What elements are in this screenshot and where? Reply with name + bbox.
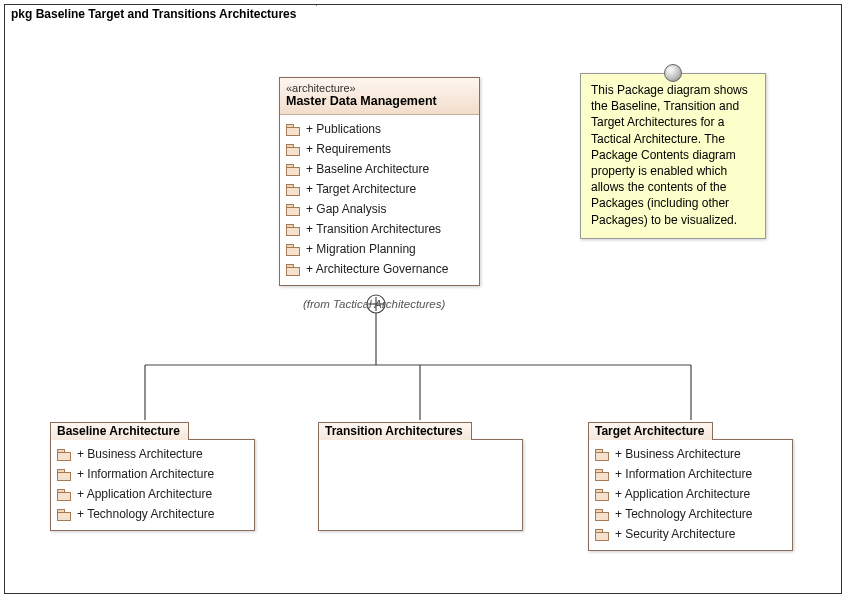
package-icon (57, 509, 71, 520)
package-tab: Target Architecture (588, 422, 713, 440)
package-item[interactable]: + Target Architecture (286, 179, 473, 199)
package-item[interactable]: + Business Architecture (595, 444, 786, 464)
package-item[interactable]: + Baseline Architecture (286, 159, 473, 179)
package-icon (286, 164, 300, 175)
package-icon (286, 224, 300, 235)
package-item-label: + Application Architecture (615, 487, 750, 501)
package-item-label: + Target Architecture (306, 182, 416, 196)
package-body (319, 440, 522, 530)
package-item-label: + Security Architecture (615, 527, 735, 541)
package-item[interactable]: + Technology Architecture (57, 504, 248, 524)
package-item-label: + Technology Architecture (615, 507, 753, 521)
package-icon (57, 449, 71, 460)
package-target[interactable]: Target Architecture + Business Architect… (588, 439, 793, 551)
package-icon (57, 469, 71, 480)
package-icon (595, 469, 609, 480)
package-item-label: + Information Architecture (615, 467, 752, 481)
package-item[interactable]: + Publications (286, 119, 473, 139)
package-icon (57, 489, 71, 500)
package-icon (286, 144, 300, 155)
package-item-label: + Publications (306, 122, 381, 136)
package-item[interactable]: + Requirements (286, 139, 473, 159)
package-icon (286, 184, 300, 195)
package-item-label: + Migration Planning (306, 242, 416, 256)
package-item[interactable]: + Application Architecture (57, 484, 248, 504)
package-item-label: + Requirements (306, 142, 391, 156)
package-item[interactable]: + Application Architecture (595, 484, 786, 504)
package-icon (595, 449, 609, 460)
frame-title: pkg Baseline Target and Transitions Arch… (4, 4, 317, 25)
package-baseline[interactable]: Baseline Architecture + Business Archite… (50, 439, 255, 531)
diagram-note[interactable]: This Package diagram shows the Baseline,… (580, 73, 766, 239)
diagram-frame: pkg Baseline Target and Transitions Arch… (4, 4, 842, 594)
package-item[interactable]: + Architecture Governance (286, 259, 473, 279)
package-item[interactable]: + Transition Architectures (286, 219, 473, 239)
package-tab: Transition Architectures (318, 422, 472, 440)
pin-icon (664, 64, 682, 82)
package-item-label: + Information Architecture (77, 467, 214, 481)
package-item[interactable]: + Information Architecture (595, 464, 786, 484)
package-icon (286, 124, 300, 135)
package-icon (595, 489, 609, 500)
package-icon (595, 529, 609, 540)
package-item-label: + Baseline Architecture (306, 162, 429, 176)
package-item-label: + Technology Architecture (77, 507, 215, 521)
package-item-label: + Architecture Governance (306, 262, 448, 276)
package-item-label: + Transition Architectures (306, 222, 441, 236)
package-transition[interactable]: Transition Architectures (318, 439, 523, 531)
package-item[interactable]: + Migration Planning (286, 239, 473, 259)
package-item[interactable]: + Information Architecture (57, 464, 248, 484)
package-body: + Publications + Requirements + Baseline… (280, 115, 479, 285)
package-icon (286, 244, 300, 255)
package-tab: Baseline Architecture (50, 422, 189, 440)
package-header: «architecture» Master Data Management (280, 78, 479, 115)
package-item-label: + Business Architecture (77, 447, 203, 461)
package-item[interactable]: + Security Architecture (595, 524, 786, 544)
package-icon (286, 204, 300, 215)
package-item-label: + Business Architecture (615, 447, 741, 461)
package-item[interactable]: + Business Architecture (57, 444, 248, 464)
package-master[interactable]: «architecture» Master Data Management + … (279, 77, 480, 286)
package-body: + Business Architecture + Information Ar… (51, 440, 254, 530)
package-body: + Business Architecture + Information Ar… (589, 440, 792, 550)
package-item[interactable]: + Gap Analysis (286, 199, 473, 219)
package-item[interactable]: + Technology Architecture (595, 504, 786, 524)
package-item-label: + Application Architecture (77, 487, 212, 501)
package-title: Master Data Management (286, 94, 473, 108)
package-icon (286, 264, 300, 275)
note-text: This Package diagram shows the Baseline,… (591, 83, 748, 227)
package-item-label: + Gap Analysis (306, 202, 386, 216)
stereotype-label: «architecture» (286, 82, 473, 94)
package-icon (595, 509, 609, 520)
from-label: (from Tactical Architectures) (303, 298, 445, 310)
